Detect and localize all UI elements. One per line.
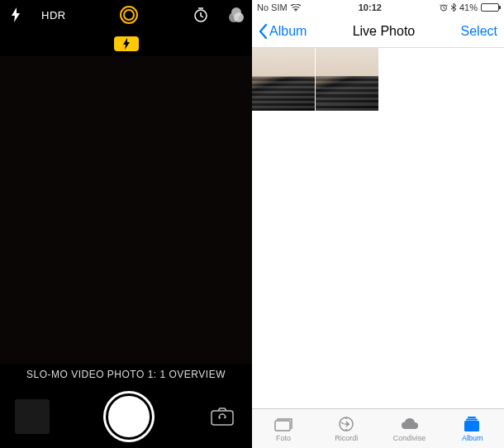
photos-stack-icon (273, 416, 293, 432)
memories-icon (336, 416, 356, 432)
svg-rect-7 (466, 418, 478, 420)
svg-rect-1 (212, 411, 233, 425)
clock: 10:12 (359, 2, 382, 12)
filters-icon[interactable] (229, 7, 244, 22)
svg-rect-4 (275, 421, 290, 431)
nav-bar: Album Live Photo Select (252, 15, 504, 48)
tab-ricordi[interactable]: Ricordi (315, 409, 378, 448)
mode-strip-text: SLO-MO VIDEO PHOTO 1: 1 OVERVIEW (26, 369, 226, 380)
hdr-toggle[interactable]: HDR (41, 9, 66, 21)
cloud-icon (400, 416, 420, 432)
svg-point-2 (295, 10, 297, 12)
tab-foto[interactable]: Foto (252, 409, 315, 448)
shutter-button[interactable] (106, 393, 152, 440)
back-label: Album (269, 24, 307, 39)
carrier-label: No SIM (257, 2, 288, 12)
status-bar: No SIM 10:12 41% (252, 0, 504, 15)
tab-condivise[interactable]: Condivise (378, 409, 441, 448)
camera-bottom-bar (0, 385, 252, 448)
albums-icon (463, 416, 483, 432)
photos-app: No SIM 10:12 41% Album Live Photo Select (252, 0, 504, 448)
battery-icon (481, 3, 499, 12)
camera-top-bar: HDR (0, 0, 252, 30)
camera-mode-strip[interactable]: SLO-MO VIDEO PHOTO 1: 1 OVERVIEW (0, 364, 252, 385)
tab-album[interactable]: Album (441, 409, 504, 448)
flash-on-badge (114, 36, 139, 51)
timer-icon[interactable] (193, 7, 209, 23)
camera-viewfinder[interactable] (0, 56, 252, 364)
tab-label: Ricordi (335, 434, 358, 442)
alarm-icon (440, 3, 448, 12)
tab-label: Album (462, 434, 483, 442)
tab-label: Condivise (393, 434, 426, 442)
svg-rect-8 (468, 417, 476, 418)
select-button[interactable]: Select (461, 24, 497, 39)
last-photo-thumbnail[interactable] (15, 399, 50, 434)
photo-thumbnail[interactable] (316, 48, 378, 111)
svg-rect-6 (464, 421, 479, 431)
battery-pct: 41% (459, 2, 478, 12)
wifi-icon (291, 4, 301, 12)
back-button[interactable]: Album (259, 24, 307, 39)
nav-title: Live Photo (353, 24, 416, 39)
photo-grid (252, 48, 504, 112)
tab-label: Foto (276, 434, 291, 442)
photo-thumbnail[interactable] (252, 48, 315, 111)
flash-icon[interactable] (10, 7, 21, 22)
bluetooth-icon (451, 3, 456, 12)
live-photo-icon[interactable] (120, 6, 138, 24)
switch-camera-icon[interactable] (207, 404, 237, 429)
camera-app: HDR SLO-MO VIDEO PHOTO 1: 1 OVERVIEW (0, 0, 252, 448)
tab-bar: Foto Ricordi Condivise Album (252, 408, 504, 448)
